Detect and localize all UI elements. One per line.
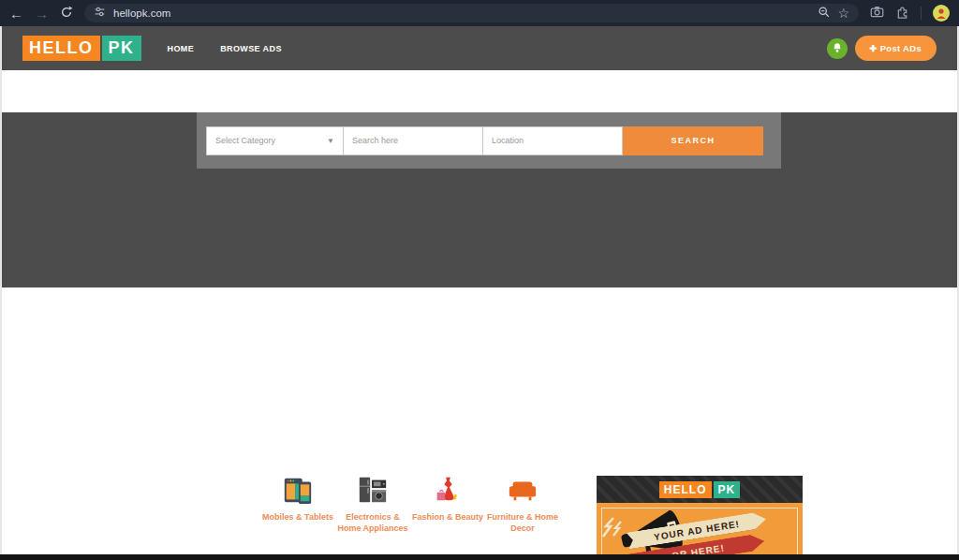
hellopk-ad-banner[interactable]: HELLO PK xyxy=(597,476,803,554)
forward-icon[interactable]: → xyxy=(35,7,49,21)
nav-browse-ads[interactable]: BROWSE ADS xyxy=(220,44,282,53)
reload-icon[interactable] xyxy=(60,6,73,21)
bookmark-star-icon[interactable]: ☆ xyxy=(837,7,849,20)
chrome-actions xyxy=(870,5,950,22)
category-select-value: Select Category xyxy=(215,136,327,145)
site-logo[interactable]: HELLO PK xyxy=(22,36,141,61)
category-label: Mobiles & Tablets xyxy=(262,511,333,523)
page-viewport: HELLO PK HOME BROWSE ADS ✚ Post ADs Sele… xyxy=(0,26,959,554)
chevron-down-icon: ▼ xyxy=(327,137,334,145)
property-sale-house-icon xyxy=(430,548,465,554)
site-settings-icon[interactable] xyxy=(94,5,106,22)
profile-avatar[interactable] xyxy=(933,5,950,22)
category-item-electronics[interactable]: Electronics & Home Appliances xyxy=(335,472,410,534)
property-rent-house-icon xyxy=(505,548,540,554)
site-header: HELLO PK HOME BROWSE ADS ✚ Post ADs xyxy=(2,26,957,70)
post-ads-button[interactable]: ✚ Post ADs xyxy=(855,36,937,61)
category-label: Furniture & Home Decor xyxy=(485,511,560,534)
header-actions: ✚ Post ADs xyxy=(827,36,937,61)
logo-hello-block: HELLO xyxy=(22,36,100,61)
ad-banner-logo-bar: HELLO PK xyxy=(597,476,803,503)
category-label: Fashion & Beauty xyxy=(412,511,483,523)
furniture-sofa-icon xyxy=(505,472,540,508)
category-label: Electronics & Home Appliances xyxy=(335,511,410,534)
hero-section: Select Category ▼ SEARCH xyxy=(2,112,957,287)
toolbar-divider xyxy=(921,7,922,20)
content-area: Mobiles & Tablets Electronics & H xyxy=(2,287,957,554)
category-item-vehicles[interactable]: Vehicles xyxy=(335,548,410,554)
location-input[interactable] xyxy=(483,126,623,155)
search-panel: Select Category ▼ SEARCH xyxy=(197,112,781,169)
notification-bell-button[interactable] xyxy=(827,38,848,59)
category-item-mobiles-tablets[interactable]: Mobiles & Tablets xyxy=(260,472,335,534)
main-nav: HOME BROWSE ADS xyxy=(168,44,282,53)
mobiles-tablets-icon xyxy=(280,472,316,508)
back-icon[interactable]: ← xyxy=(9,7,23,21)
browser-toolbar: ← → hellopk.com ☆ xyxy=(0,0,959,26)
category-item-property-sale[interactable]: Property for Sale xyxy=(410,548,485,554)
bell-icon xyxy=(832,40,843,57)
category-item-bikes[interactable]: Bikes xyxy=(260,548,335,554)
category-item-furniture-decor[interactable]: Furniture & Home Decor xyxy=(485,472,560,534)
ad-poster: YOUR AD HERE! ... OR HERE! ... OR HERE! … xyxy=(597,503,803,554)
ad-logo-hello-block: HELLO xyxy=(659,481,712,498)
ad-logo-pk-block: PK xyxy=(714,481,741,498)
category-item-property-rent[interactable]: Property for Rent xyxy=(485,548,560,554)
category-item-fashion-beauty[interactable]: Fashion & Beauty xyxy=(410,472,485,534)
logo-pk-block: PK xyxy=(102,36,141,61)
url-text[interactable]: hellopk.com xyxy=(113,7,810,19)
address-bar[interactable]: hellopk.com ☆ xyxy=(84,4,859,22)
bikes-scooter-icon xyxy=(280,548,316,554)
zoom-icon[interactable] xyxy=(818,5,830,22)
category-grid: Mobiles & Tablets Electronics & H xyxy=(260,472,560,554)
window-bottom-edge xyxy=(0,554,959,560)
extensions-icon[interactable] xyxy=(895,5,909,22)
category-select[interactable]: Select Category ▼ xyxy=(206,126,344,155)
vehicles-car-icon xyxy=(355,548,391,554)
search-button[interactable]: SEARCH xyxy=(623,126,763,155)
camera-icon[interactable] xyxy=(870,5,884,22)
nav-home[interactable]: HOME xyxy=(168,44,195,53)
fashion-beauty-icon xyxy=(430,472,465,508)
search-input[interactable] xyxy=(344,126,483,155)
electronics-appliances-icon xyxy=(355,472,391,508)
